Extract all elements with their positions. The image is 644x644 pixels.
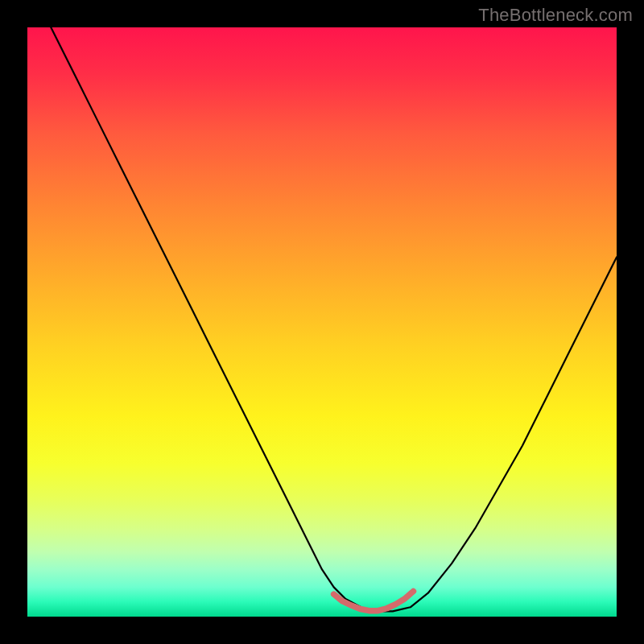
chart-frame: TheBottleneck.com bbox=[0, 0, 644, 644]
chart-plot bbox=[27, 27, 617, 617]
curve-black bbox=[51, 27, 617, 611]
watermark-text: TheBottleneck.com bbox=[478, 5, 633, 26]
curve-pink-bottom bbox=[334, 592, 414, 611]
